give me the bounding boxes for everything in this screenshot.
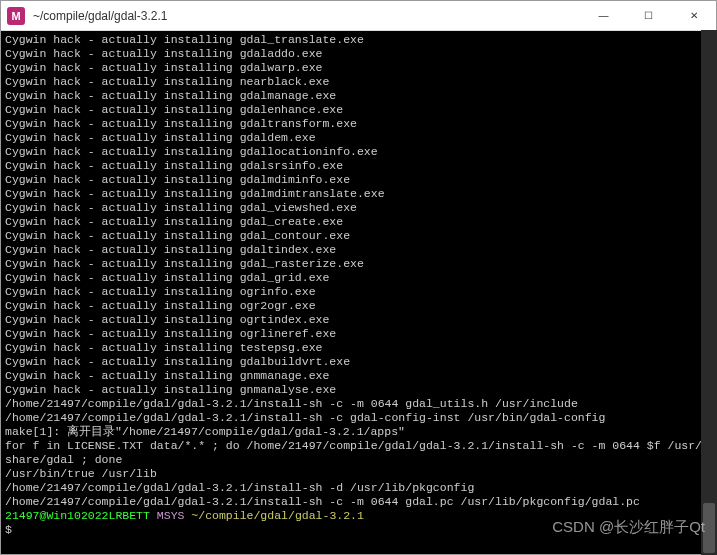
output-line: Cygwin hack - actually installing ogrtin…	[5, 313, 712, 327]
output-line: Cygwin hack - actually installing gdalma…	[5, 89, 712, 103]
output-line: Cygwin hack - actually installing gdal_t…	[5, 33, 712, 47]
output-line: Cygwin hack - actually installing gdalen…	[5, 103, 712, 117]
output-line: /home/21497/compile/gdal/gdal-3.2.1/inst…	[5, 495, 712, 509]
output-line: Cygwin hack - actually installing gdal_g…	[5, 271, 712, 285]
scrollbar[interactable]	[701, 30, 717, 555]
output-line: Cygwin hack - actually installing gdalmd…	[5, 173, 712, 187]
output-line: Cygwin hack - actually installing ogrlin…	[5, 327, 712, 341]
output-line: Cygwin hack - actually installing gdal_c…	[5, 215, 712, 229]
close-button[interactable]: ✕	[671, 1, 716, 31]
output-line: share/gdal ; done	[5, 453, 712, 467]
output-line: Cygwin hack - actually installing gdalbu…	[5, 355, 712, 369]
output-line: make[1]: 离开目录"/home/21497/compile/gdal/g…	[5, 425, 712, 439]
output-line: Cygwin hack - actually installing ogrinf…	[5, 285, 712, 299]
output-line: Cygwin hack - actually installing gdallo…	[5, 145, 712, 159]
output-line: Cygwin hack - actually installing gdalde…	[5, 131, 712, 145]
app-icon: M	[7, 7, 25, 25]
output-line: Cygwin hack - actually installing gdalad…	[5, 47, 712, 61]
output-line: Cygwin hack - actually installing testep…	[5, 341, 712, 355]
output-line: /home/21497/compile/gdal/gdal-3.2.1/inst…	[5, 411, 712, 425]
output-line: Cygwin hack - actually installing gdal_v…	[5, 201, 712, 215]
output-line: Cygwin hack - actually installing gdalmd…	[5, 187, 712, 201]
output-line: /home/21497/compile/gdal/gdal-3.2.1/inst…	[5, 397, 712, 411]
minimize-button[interactable]: —	[581, 1, 626, 31]
output-line: Cygwin hack - actually installing gdalti…	[5, 243, 712, 257]
window-controls: — ☐ ✕	[581, 1, 716, 31]
output-line: Cygwin hack - actually installing gdal_r…	[5, 257, 712, 271]
prompt-line: 21497@Win102022LRBETT MSYS ~/compile/gda…	[5, 509, 712, 523]
maximize-button[interactable]: ☐	[626, 1, 671, 31]
prompt-env: MSYS	[157, 509, 185, 522]
output-line: Cygwin hack - actually installing gdaltr…	[5, 117, 712, 131]
output-line: Cygwin hack - actually installing gdalwa…	[5, 61, 712, 75]
titlebar[interactable]: M ~/compile/gdal/gdal-3.2.1 — ☐ ✕	[1, 1, 716, 31]
output-line: Cygwin hack - actually installing gdal_c…	[5, 229, 712, 243]
output-line: Cygwin hack - actually installing ogr2og…	[5, 299, 712, 313]
output-line: for f in LICENSE.TXT data/*.* ; do /home…	[5, 439, 712, 453]
prompt-path: ~/compile/gdal/gdal-3.2.1	[191, 509, 364, 522]
prompt-dollar: $	[5, 523, 12, 536]
prompt-input-line[interactable]: $	[5, 523, 712, 537]
output-line: /usr/bin/true /usr/lib	[5, 467, 712, 481]
window-title: ~/compile/gdal/gdal-3.2.1	[31, 9, 581, 23]
output-line: Cygwin hack - actually installing gnmana…	[5, 383, 712, 397]
scrollbar-thumb[interactable]	[703, 503, 715, 553]
output-line: Cygwin hack - actually installing nearbl…	[5, 75, 712, 89]
output-line: Cygwin hack - actually installing gnmman…	[5, 369, 712, 383]
terminal-output[interactable]: Cygwin hack - actually installing gdal_t…	[1, 31, 716, 554]
prompt-user: 21497@Win102022LRBETT	[5, 509, 150, 522]
terminal-window: M ~/compile/gdal/gdal-3.2.1 — ☐ ✕ Cygwin…	[0, 0, 717, 555]
output-line: Cygwin hack - actually installing gdalsr…	[5, 159, 712, 173]
output-line: /home/21497/compile/gdal/gdal-3.2.1/inst…	[5, 481, 712, 495]
